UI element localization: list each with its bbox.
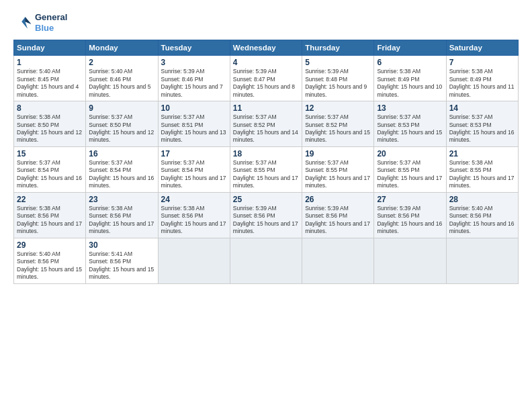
- day-info: Sunrise: 5:39 AMSunset: 8:56 PMDaylight:…: [233, 205, 299, 236]
- day-cell: 12 Sunrise: 5:37 AMSunset: 8:52 PMDaylig…: [302, 101, 374, 147]
- day-number: 24: [161, 195, 227, 204]
- day-cell: 28 Sunrise: 5:40 AMSunset: 8:56 PMDaylig…: [446, 192, 518, 238]
- day-cell: 8 Sunrise: 5:38 AMSunset: 8:50 PMDayligh…: [14, 101, 86, 147]
- col-tuesday: Tuesday: [158, 40, 230, 56]
- calendar-row: 15 Sunrise: 5:37 AMSunset: 8:54 PMDaylig…: [14, 146, 519, 192]
- day-cell: 29 Sunrise: 5:40 AMSunset: 8:56 PMDaylig…: [14, 238, 86, 283]
- empty-cell: [374, 238, 446, 283]
- svg-marker-1: [26, 17, 32, 24]
- day-number: 4: [233, 58, 299, 67]
- day-cell: 27 Sunrise: 5:39 AMSunset: 8:56 PMDaylig…: [374, 192, 446, 238]
- day-info: Sunrise: 5:40 AMSunset: 8:56 PMDaylight:…: [17, 250, 83, 281]
- day-info: Sunrise: 5:40 AMSunset: 8:46 PMDaylight:…: [89, 68, 154, 99]
- logo-line2: Blue: [35, 23, 67, 34]
- day-cell: 21 Sunrise: 5:38 AMSunset: 8:55 PMDaylig…: [446, 146, 518, 192]
- day-info: Sunrise: 5:38 AMSunset: 8:49 PMDaylight:…: [449, 68, 515, 99]
- day-cell: 15 Sunrise: 5:37 AMSunset: 8:54 PMDaylig…: [14, 146, 86, 192]
- calendar: Sunday Monday Tuesday Wednesday Thursday…: [13, 40, 519, 283]
- day-cell: 7 Sunrise: 5:38 AMSunset: 8:49 PMDayligh…: [446, 56, 518, 101]
- day-cell: 11 Sunrise: 5:37 AMSunset: 8:52 PMDaylig…: [230, 101, 302, 147]
- empty-cell: [158, 238, 230, 283]
- day-info: Sunrise: 5:40 AMSunset: 8:56 PMDaylight:…: [449, 205, 515, 236]
- day-number: 6: [377, 58, 443, 67]
- col-sunday: Sunday: [14, 40, 86, 56]
- day-info: Sunrise: 5:38 AMSunset: 8:50 PMDaylight:…: [17, 113, 83, 144]
- day-cell: 14 Sunrise: 5:37 AMSunset: 8:53 PMDaylig…: [446, 101, 518, 147]
- day-number: 13: [377, 103, 443, 113]
- calendar-row: 8 Sunrise: 5:38 AMSunset: 8:50 PMDayligh…: [14, 101, 519, 147]
- day-number: 28: [449, 195, 515, 204]
- empty-cell: [446, 238, 518, 283]
- day-cell: 24 Sunrise: 5:38 AMSunset: 8:56 PMDaylig…: [158, 192, 230, 238]
- day-info: Sunrise: 5:39 AMSunset: 8:48 PMDaylight:…: [305, 68, 371, 99]
- day-info: Sunrise: 5:37 AMSunset: 8:52 PMDaylight:…: [233, 113, 299, 144]
- empty-cell: [230, 238, 302, 283]
- col-wednesday: Wednesday: [230, 40, 302, 56]
- day-cell: 13 Sunrise: 5:37 AMSunset: 8:53 PMDaylig…: [374, 101, 446, 147]
- day-number: 27: [377, 195, 443, 204]
- day-cell: 17 Sunrise: 5:37 AMSunset: 8:54 PMDaylig…: [158, 146, 230, 192]
- day-number: 25: [233, 195, 299, 204]
- day-number: 2: [89, 58, 154, 67]
- col-friday: Friday: [374, 40, 446, 56]
- day-number: 8: [17, 103, 83, 113]
- page-header: General Blue: [13, 12, 519, 33]
- day-cell: 26 Sunrise: 5:39 AMSunset: 8:56 PMDaylig…: [302, 192, 374, 238]
- day-cell: 23 Sunrise: 5:38 AMSunset: 8:56 PMDaylig…: [86, 192, 158, 238]
- day-number: 30: [89, 240, 154, 250]
- day-cell: 2 Sunrise: 5:40 AMSunset: 8:46 PMDayligh…: [86, 56, 158, 101]
- day-info: Sunrise: 5:39 AMSunset: 8:46 PMDaylight:…: [161, 68, 227, 99]
- day-info: Sunrise: 5:37 AMSunset: 8:51 PMDaylight:…: [161, 113, 227, 144]
- day-number: 20: [377, 149, 443, 158]
- day-info: Sunrise: 5:38 AMSunset: 8:56 PMDaylight:…: [17, 205, 83, 236]
- day-number: 17: [161, 149, 227, 158]
- day-info: Sunrise: 5:37 AMSunset: 8:54 PMDaylight:…: [89, 159, 154, 190]
- day-cell: 22 Sunrise: 5:38 AMSunset: 8:56 PMDaylig…: [14, 192, 86, 238]
- day-number: 18: [233, 149, 299, 158]
- day-number: 7: [449, 58, 515, 67]
- day-number: 10: [161, 103, 227, 113]
- day-info: Sunrise: 5:40 AMSunset: 8:45 PMDaylight:…: [17, 68, 83, 99]
- day-number: 16: [89, 149, 154, 158]
- day-cell: 4 Sunrise: 5:39 AMSunset: 8:47 PMDayligh…: [230, 56, 302, 101]
- day-number: 3: [161, 58, 227, 67]
- day-number: 23: [89, 195, 154, 204]
- day-number: 9: [89, 103, 154, 113]
- day-number: 21: [449, 149, 515, 158]
- day-info: Sunrise: 5:37 AMSunset: 8:53 PMDaylight:…: [449, 113, 515, 144]
- day-info: Sunrise: 5:37 AMSunset: 8:54 PMDaylight:…: [161, 159, 227, 190]
- day-cell: 19 Sunrise: 5:37 AMSunset: 8:55 PMDaylig…: [302, 146, 374, 192]
- day-number: 14: [449, 103, 515, 113]
- day-number: 26: [305, 195, 371, 204]
- day-info: Sunrise: 5:39 AMSunset: 8:56 PMDaylight:…: [377, 205, 443, 236]
- day-cell: 9 Sunrise: 5:37 AMSunset: 8:50 PMDayligh…: [86, 101, 158, 147]
- day-cell: 25 Sunrise: 5:39 AMSunset: 8:56 PMDaylig…: [230, 192, 302, 238]
- day-info: Sunrise: 5:37 AMSunset: 8:55 PMDaylight:…: [233, 159, 299, 190]
- day-number: 11: [233, 103, 299, 113]
- calendar-row: 29 Sunrise: 5:40 AMSunset: 8:56 PMDaylig…: [14, 238, 519, 283]
- day-info: Sunrise: 5:37 AMSunset: 8:52 PMDaylight:…: [305, 113, 371, 144]
- day-info: Sunrise: 5:38 AMSunset: 8:55 PMDaylight:…: [449, 159, 515, 190]
- day-number: 15: [17, 149, 83, 158]
- day-info: Sunrise: 5:39 AMSunset: 8:56 PMDaylight:…: [305, 205, 371, 236]
- day-info: Sunrise: 5:38 AMSunset: 8:49 PMDaylight:…: [377, 68, 443, 99]
- day-cell: 1 Sunrise: 5:40 AMSunset: 8:45 PMDayligh…: [14, 56, 86, 101]
- logo-icon: [13, 13, 32, 32]
- day-info: Sunrise: 5:37 AMSunset: 8:53 PMDaylight:…: [377, 113, 443, 144]
- day-cell: 6 Sunrise: 5:38 AMSunset: 8:49 PMDayligh…: [374, 56, 446, 101]
- day-info: Sunrise: 5:38 AMSunset: 8:56 PMDaylight:…: [161, 205, 227, 236]
- day-info: Sunrise: 5:37 AMSunset: 8:54 PMDaylight:…: [17, 159, 83, 190]
- day-number: 12: [305, 103, 371, 113]
- day-info: Sunrise: 5:38 AMSunset: 8:56 PMDaylight:…: [89, 205, 154, 236]
- calendar-row: 1 Sunrise: 5:40 AMSunset: 8:45 PMDayligh…: [14, 56, 519, 101]
- day-cell: 30 Sunrise: 5:41 AMSunset: 8:56 PMDaylig…: [86, 238, 158, 283]
- col-saturday: Saturday: [446, 40, 518, 56]
- day-info: Sunrise: 5:37 AMSunset: 8:50 PMDaylight:…: [89, 113, 154, 144]
- calendar-header-row: Sunday Monday Tuesday Wednesday Thursday…: [14, 40, 519, 56]
- logo: General Blue: [13, 12, 67, 33]
- day-info: Sunrise: 5:39 AMSunset: 8:47 PMDaylight:…: [233, 68, 299, 99]
- day-cell: 3 Sunrise: 5:39 AMSunset: 8:46 PMDayligh…: [158, 56, 230, 101]
- day-cell: 18 Sunrise: 5:37 AMSunset: 8:55 PMDaylig…: [230, 146, 302, 192]
- day-info: Sunrise: 5:37 AMSunset: 8:55 PMDaylight:…: [305, 159, 371, 190]
- calendar-row: 22 Sunrise: 5:38 AMSunset: 8:56 PMDaylig…: [14, 192, 519, 238]
